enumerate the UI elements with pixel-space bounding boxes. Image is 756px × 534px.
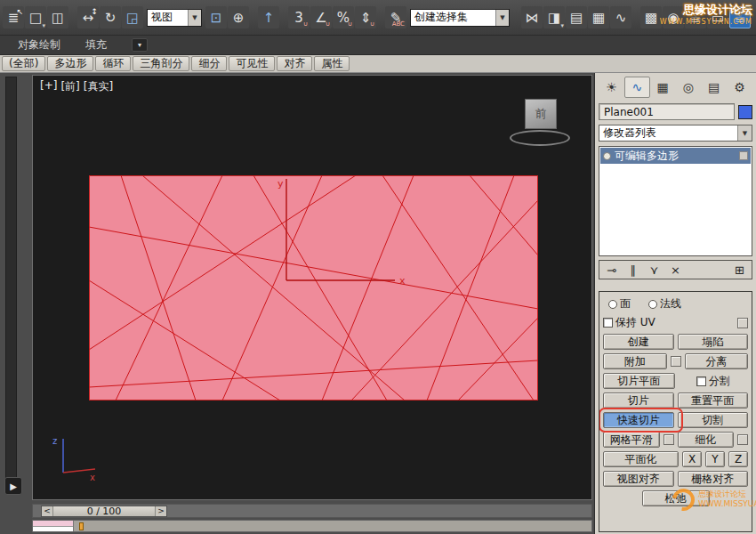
window-crossing-toggle-icon[interactable]: ◫ — [47, 6, 68, 28]
panel-tab-hierarchy-icon[interactable]: ▦ — [650, 77, 676, 98]
percent-snap-toggle-icon[interactable]: %∪ — [333, 6, 354, 28]
object-name-field[interactable]: Plane001 — [599, 103, 735, 120]
relax-button[interactable]: 松弛 — [642, 490, 710, 506]
planar-x-button[interactable]: X — [682, 451, 702, 467]
modifier-stack[interactable]: 可编辑多边形 — [599, 146, 752, 256]
mirror-icon[interactable]: ⋈ — [521, 6, 543, 28]
ribbon-tab-subdivide[interactable]: 细分 — [191, 56, 227, 71]
previous-frame-button[interactable]: < — [42, 506, 53, 516]
tessellate-button[interactable]: 细化 — [678, 432, 735, 448]
select-and-move-icon[interactable]: ↔↕ — [77, 6, 99, 28]
ribbon-tab-object-paint[interactable]: 对象绘制 — [18, 37, 60, 53]
maxscript-mini-listener[interactable] — [33, 521, 74, 531]
layer-manager-icon[interactable]: ▤ — [566, 6, 587, 28]
preserve-uv-checkbox[interactable]: 保持 UV — [603, 315, 655, 330]
ribbon-tab-align[interactable]: 对齐 — [277, 56, 312, 71]
panel-tab-motion-icon[interactable]: ◎ — [675, 77, 701, 98]
use-pivot-point-center-icon[interactable]: ⊡ — [205, 6, 227, 28]
grid-align-button[interactable]: 栅格对齐 — [678, 471, 749, 487]
rendered-frame-window-icon[interactable]: ▭ — [707, 6, 728, 28]
pin-stack-icon[interactable]: ⊸ — [604, 263, 619, 277]
preserve-uv-settings-button[interactable] — [737, 318, 748, 328]
viewport-front[interactable]: [+] [前] [真实] y x 前 z x — [32, 75, 592, 500]
viewport-general-menu[interactable]: [+] — [40, 79, 57, 94]
command-panel: ☀∿▦◎▤⚙ Plane001 修改器列表 ▼ 可编辑多边形 ⊸∥⋎×⊞ 面 法… — [594, 73, 756, 534]
panel-tab-create-icon[interactable]: ☀ — [599, 77, 624, 98]
time-slider-handle[interactable]: < 0 / 100 > — [41, 506, 167, 517]
ribbon-tab-loop[interactable]: 循环 — [95, 56, 131, 71]
material-editor-icon[interactable]: ◉ — [663, 6, 684, 28]
select-and-place-icon[interactable]: ↑ — [258, 6, 279, 28]
snap-toggle-3d-icon[interactable]: 3∪ — [288, 6, 310, 28]
select-and-manipulate-icon[interactable]: ⊕ — [228, 6, 249, 28]
ribbon-tab-visibility[interactable]: 可见性 — [229, 56, 275, 71]
viewport-label: [+] [前] [真实] — [40, 79, 113, 94]
slice-plane-button[interactable]: 切片平面 — [603, 373, 675, 389]
modifier-list-label: 修改器列表 — [599, 125, 737, 141]
msmooth-settings-button[interactable] — [664, 434, 674, 445]
select-and-rotate-icon[interactable]: ↻ — [100, 6, 121, 28]
object-color-swatch[interactable] — [738, 105, 752, 119]
plane-svg: y x — [89, 175, 538, 400]
edit-named-selection-sets-icon[interactable]: ✎ABC — [385, 6, 406, 28]
slice-button[interactable]: 切片 — [603, 392, 674, 409]
align-icon[interactable]: ◨▾ — [543, 6, 565, 28]
track-bar[interactable] — [32, 520, 592, 532]
ribbon-collapse-button[interactable]: ▾ — [132, 38, 148, 52]
select-and-scale-icon[interactable]: ◲ — [122, 6, 143, 28]
viewcube[interactable]: 前 — [508, 99, 574, 147]
named-selection-sets-dropdown[interactable]: 创建选择集▼ — [410, 9, 510, 27]
attach-button[interactable]: 附加 — [603, 353, 667, 369]
ribbon-tab-properties[interactable]: 属性 — [314, 56, 350, 71]
preserve-uv-row: 保持 UV — [603, 315, 748, 330]
make-unique-icon[interactable]: ⋎ — [647, 263, 662, 277]
create-button[interactable]: 创建 — [603, 334, 674, 350]
panel-tab-utilities-icon[interactable]: ⚙ — [727, 77, 752, 98]
ribbon-tab-triangulate[interactable]: 三角剖分 — [133, 56, 189, 71]
viewport-shading-menu[interactable]: [真实] — [84, 79, 113, 94]
spinner-snap-toggle-icon[interactable]: ⇕∪ — [355, 6, 376, 28]
render-production-icon[interactable]: ☕ — [729, 6, 751, 28]
attach-list-button[interactable] — [671, 356, 681, 367]
angle-snap-toggle-icon[interactable]: ∠∪ — [310, 6, 332, 28]
chevron-down-icon[interactable]: ▼ — [737, 125, 752, 141]
cut-button[interactable]: 切割 — [678, 412, 749, 428]
split-checkbox[interactable]: 分割 — [679, 374, 749, 389]
time-slider[interactable]: < 0 / 100 > — [32, 504, 592, 518]
panel-tab-display-icon[interactable]: ▤ — [701, 77, 727, 98]
viewcube-front-face[interactable]: 前 — [525, 99, 557, 129]
stack-on-off-icon[interactable] — [603, 152, 611, 160]
stack-item-editable-poly[interactable]: 可编辑多边形 — [600, 148, 751, 164]
configure-modifier-sets-icon[interactable]: ⊞ — [732, 263, 747, 277]
remove-modifier-icon[interactable]: × — [668, 263, 683, 277]
show-end-result-icon[interactable]: ∥ — [625, 263, 640, 277]
next-frame-button[interactable]: > — [155, 506, 166, 516]
quick-slice-button[interactable]: 快速切片 — [603, 412, 674, 428]
detach-button[interactable]: 分离 — [685, 353, 749, 369]
schematic-view-icon[interactable]: ▩ — [640, 6, 662, 28]
view-align-button[interactable]: 视图对齐 — [603, 471, 674, 487]
make-planar-button[interactable]: 平面化 — [603, 451, 679, 467]
select-by-name-icon[interactable]: ≣↖ — [3, 6, 24, 28]
ribbon-tab-polygon[interactable]: 多边形 — [47, 56, 93, 71]
open-mini-curve-editor-button[interactable]: ▶ — [4, 477, 22, 495]
constraint-normal-radio[interactable]: 法线 — [648, 296, 681, 312]
viewport-view-menu[interactable]: [前] — [60, 79, 79, 94]
render-setup-icon[interactable]: ☕ — [685, 6, 706, 28]
rectangular-selection-region-icon[interactable]: □▾ — [25, 6, 46, 28]
reference-coordinate-system-dropdown[interactable]: 视图▼ — [147, 9, 202, 27]
constraint-face-radio[interactable]: 面 — [608, 296, 631, 312]
ribbon-tab-populate[interactable]: 填充 — [85, 37, 107, 53]
modifier-list-dropdown[interactable]: 修改器列表 ▼ — [599, 125, 752, 142]
curve-editor-icon[interactable]: ∿ — [610, 6, 631, 28]
split-label: 分割 — [709, 374, 730, 389]
msmooth-button[interactable]: 网格平滑 — [603, 432, 660, 448]
planar-y-button[interactable]: Y — [705, 451, 725, 467]
ribbon-tab-all[interactable]: (全部) — [2, 56, 45, 71]
reset-plane-button[interactable]: 重置平面 — [678, 392, 749, 409]
graphite-ribbon-toggle-icon[interactable]: ▦ — [588, 6, 609, 28]
planar-z-button[interactable]: Z — [728, 451, 748, 467]
tessellate-settings-button[interactable] — [737, 434, 748, 445]
collapse-button[interactable]: 塌陷 — [678, 334, 749, 350]
panel-tab-modify-icon[interactable]: ∿ — [624, 77, 650, 98]
